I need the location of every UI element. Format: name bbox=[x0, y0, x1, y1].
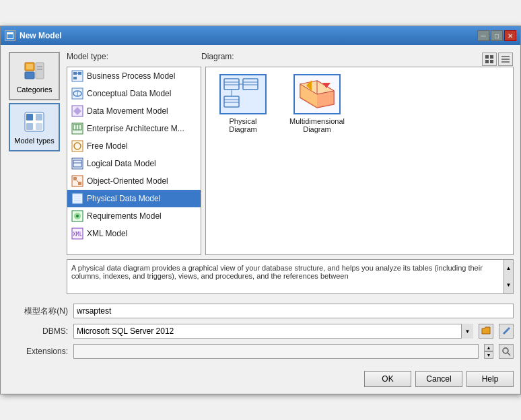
svg-rect-51 bbox=[224, 79, 239, 90]
scroll-down-button[interactable]: ▼ bbox=[504, 277, 513, 293]
dmm-label: Data Movement Model bbox=[87, 106, 168, 116]
extensions-row: Extensions: ▲ ▼ bbox=[7, 344, 514, 359]
svg-rect-11 bbox=[26, 123, 33, 130]
search-icon bbox=[501, 347, 511, 356]
close-button[interactable]: ✕ bbox=[504, 30, 516, 41]
dbms-row: DBMS: Microsoft SQL Server 2012 ▼ bbox=[7, 324, 514, 339]
help-button[interactable]: Help bbox=[466, 371, 514, 387]
svg-rect-14 bbox=[73, 72, 77, 75]
svg-rect-10 bbox=[36, 114, 42, 120]
xml-icon: XML bbox=[71, 228, 83, 240]
categories-label: Categories bbox=[16, 85, 52, 94]
window-icon bbox=[5, 30, 15, 41]
new-model-dialog: New Model ─ □ ✕ bbox=[0, 26, 521, 394]
oom-label: Object-Oriented Model bbox=[87, 176, 168, 186]
dbms-label: DBMS: bbox=[7, 326, 68, 336]
form-section: 模型名称(N) DBMS: Microsoft SQL Server 2012 … bbox=[7, 304, 514, 359]
list-item-ldm[interactable]: Logical Data Model bbox=[67, 155, 201, 172]
svg-rect-33 bbox=[78, 182, 81, 185]
multidim-diagram-label: MultidimensionalDiagram bbox=[289, 117, 345, 133]
model-type-label: Model type: bbox=[67, 52, 201, 61]
dbms-select[interactable]: Microsoft SQL Server 2012 bbox=[73, 324, 473, 339]
title-controls: ─ □ ✕ bbox=[477, 30, 516, 41]
list-item-eam[interactable]: Enterprise Architecture M... bbox=[67, 120, 201, 137]
edit-icon bbox=[501, 326, 511, 336]
dbms-select-wrapper: Microsoft SQL Server 2012 ▼ bbox=[73, 324, 473, 339]
minimize-button[interactable]: ─ bbox=[477, 30, 489, 41]
eam-icon bbox=[71, 123, 83, 135]
list-view-button[interactable] bbox=[498, 53, 513, 66]
main-panel: Model type: Diagram: bbox=[67, 52, 514, 300]
description-panel: A physical data diagram provides a graph… bbox=[67, 259, 514, 294]
svg-rect-47 bbox=[490, 60, 493, 63]
svg-rect-54 bbox=[243, 79, 258, 90]
svg-rect-1 bbox=[7, 34, 13, 38]
scroll-up-button[interactable]: ▲ bbox=[504, 260, 513, 277]
categories-button[interactable]: Categories bbox=[9, 52, 60, 100]
left-panel: Categories Model types bbox=[7, 52, 61, 300]
list-item-xml[interactable]: XML XML Model bbox=[67, 225, 201, 242]
model-types-icon bbox=[22, 110, 46, 134]
model-types-button[interactable]: Model types bbox=[9, 103, 60, 151]
xml-label: XML Model bbox=[87, 229, 127, 238]
list-item-cdm[interactable]: Conceptual Data Model bbox=[67, 85, 201, 102]
physical-diagram-label: PhysicalDiagram bbox=[229, 117, 257, 133]
dbms-edit-button[interactable] bbox=[499, 324, 514, 339]
list-item-oom[interactable]: Object-Oriented Model bbox=[67, 172, 201, 190]
svg-rect-9 bbox=[26, 114, 33, 120]
extensions-spin-down[interactable]: ▼ bbox=[484, 351, 493, 359]
svg-text:XML: XML bbox=[73, 232, 83, 238]
rm-icon bbox=[71, 210, 83, 222]
categories-icon bbox=[22, 59, 46, 83]
cdm-icon bbox=[71, 88, 83, 100]
top-section: Categories Model types Mo bbox=[7, 52, 514, 300]
fm-icon bbox=[71, 140, 83, 152]
list-item-rm[interactable]: Requirements Model bbox=[67, 207, 201, 225]
dbms-folder-button[interactable] bbox=[479, 324, 493, 339]
extensions-input[interactable] bbox=[73, 344, 479, 359]
list-view-icon bbox=[501, 55, 510, 64]
svg-rect-46 bbox=[485, 60, 489, 63]
dmm-icon bbox=[71, 105, 83, 117]
ok-button[interactable]: OK bbox=[364, 371, 411, 387]
maximize-button[interactable]: □ bbox=[491, 30, 503, 41]
extensions-search-button[interactable] bbox=[499, 344, 514, 359]
description-scrollbar[interactable]: ▲ ▼ bbox=[503, 260, 513, 293]
dialog-body: Categories Model types Mo bbox=[1, 45, 520, 394]
bpm-label: Business Process Model bbox=[87, 71, 175, 81]
svg-rect-16 bbox=[73, 77, 77, 79]
diagram-item-physical[interactable]: PhysicalDiagram bbox=[213, 74, 273, 133]
cancel-button[interactable]: Cancel bbox=[415, 371, 462, 387]
model-name-input[interactable] bbox=[73, 304, 514, 318]
diagram-item-multidim[interactable]: MultidimensionalDiagram bbox=[287, 74, 347, 133]
model-list-panel[interactable]: Business Process Model Conceptual Data M… bbox=[67, 67, 201, 255]
physical-diagram-svg bbox=[223, 77, 263, 111]
view-toggle-button[interactable] bbox=[482, 53, 497, 66]
pdm-label: Physical Data Model bbox=[87, 194, 160, 203]
extensions-spinner: ▲ ▼ bbox=[484, 344, 493, 359]
title-bar: New Model ─ □ ✕ bbox=[1, 26, 520, 45]
multidim-diagram-svg bbox=[297, 77, 337, 111]
diagram-panel: PhysicalDiagram bbox=[205, 67, 514, 255]
title-bar-left: New Model bbox=[5, 30, 62, 41]
description-text: A physical data diagram provides a graph… bbox=[71, 264, 483, 280]
physical-diagram-icon bbox=[219, 74, 267, 114]
rm-label: Requirements Model bbox=[87, 211, 162, 221]
svg-rect-12 bbox=[36, 123, 42, 130]
list-item-dmm[interactable]: Data Movement Model bbox=[67, 102, 201, 120]
list-item-pdm[interactable]: Physical Data Model bbox=[67, 190, 201, 207]
svg-point-71 bbox=[503, 348, 508, 353]
svg-point-41 bbox=[76, 215, 79, 217]
model-types-label: Model types bbox=[14, 137, 54, 145]
eam-label: Enterprise Architecture M... bbox=[87, 124, 184, 133]
list-item-fm[interactable]: Free Model bbox=[67, 137, 201, 155]
window-title: New Model bbox=[20, 31, 62, 40]
extensions-label: Extensions: bbox=[7, 347, 68, 356]
list-item-bpm[interactable]: Business Process Model bbox=[67, 67, 201, 85]
grid-view-icon bbox=[485, 55, 494, 64]
ldm-label: Logical Data Model bbox=[87, 159, 156, 168]
extensions-spin-up[interactable]: ▲ bbox=[484, 344, 493, 351]
svg-rect-4 bbox=[25, 72, 34, 79]
multidim-diagram-icon bbox=[293, 74, 341, 114]
svg-rect-32 bbox=[73, 177, 77, 180]
